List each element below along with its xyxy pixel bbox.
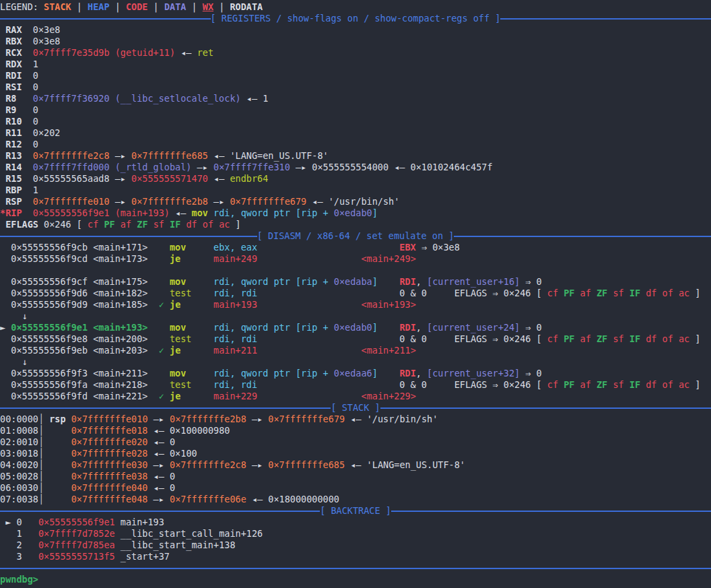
seg: ret [197,47,213,58]
stack-header: [ STACK ] [0,402,711,414]
pad [44,494,71,504]
seg: ZF [597,379,613,390]
stack-03: 03:0018│ 0×7fffffffe028 ◂— 0×100 [0,448,711,459]
seg: je [170,345,180,356]
seg: | [147,1,164,12]
reg-r8: R8 0×7ffff7f36920 (__libc_setlocale_lock… [0,93,711,104]
pad [147,242,170,253]
prompt-line[interactable]: pwndbg> [0,574,711,585]
separator-line [0,18,211,20]
pad [16,93,32,104]
seg: ] [372,207,378,218]
seg: 0×edaa6 [334,368,372,379]
seg: df [646,333,662,344]
seg: ac [219,219,235,230]
seg: of [663,333,679,344]
seg: ] [695,288,700,298]
seg: df [186,219,202,230]
branch-taken-check-icon: ✓ [159,345,164,356]
legend-line: LEGEND: STACK | HEAP | CODE | DATA | WX … [0,1,711,13]
seg: test [170,379,192,390]
seg: 0×7fffffffe2c8 [170,459,246,470]
seg: | [186,1,202,12]
seg: ] [695,379,700,390]
seg: ac [679,333,695,344]
seg: endbr64 [230,173,268,184]
bt-frame-0: ► 0 0×55555556f9e1 main+193 [0,517,711,528]
pad [22,207,33,218]
reg-r14: R14 0×7ffff7ffd000 (_rtld_global) —▸ 0×7… [0,162,711,173]
seg: 0×7fffffffe010 [33,196,110,207]
pad [147,345,158,356]
reg-r9: R9 0 [0,104,711,116]
reg-r11: R11 0×202 [0,127,711,139]
seg: | [213,1,230,12]
seg: 0×7fffffffe2b8 [170,414,246,424]
seg: 1 [33,185,38,195]
disasm-main+203: 0×55555556f9eb <main+203> ✓ je main+211 … [0,345,711,356]
reg-name: R14 [0,162,22,172]
pad [38,219,44,230]
pad [164,391,170,401]
seg: 01:0008 [0,425,38,436]
stack-header-label: [ STACK ] [331,402,380,414]
disasm-main+200: 0×55555556f9e8 <main+200> test rdi, rdi … [0,333,711,345]
reg-r13: R13 0×7fffffffe2c8 —▸ 0×7fffffffe685 ◂— … [0,150,711,162]
pad [147,288,170,298]
pad [16,104,32,115]
seg: RDI [399,368,415,379]
pad [22,127,33,138]
seg: PF [104,219,120,230]
legend-section: LEGEND: STACK | HEAP | CODE | DATA | WX … [0,1,711,13]
legend-data: DATA [164,1,187,12]
seg: ◂— '/usr/bin/sh' [345,414,438,424]
seg: —▸ [147,459,170,470]
seg: main+249 [213,253,257,264]
pad [186,242,213,253]
backtrace-section: ► 0 0×55555556f9e1 main+193 1 0×7ffff7d7… [0,517,711,562]
reg-name: RDI [0,70,22,81]
seg: 0×7ffff7ffd000 (_rtld_global) [33,162,192,172]
seg: 0×edab0 [334,207,372,218]
seg: 0 [33,70,38,81]
pad [164,299,170,310]
pad [22,36,33,46]
seg: 0×3e8 [33,24,61,35]
seg: 0×555555571470 [131,173,208,184]
seg: ◂— [175,47,197,58]
seg: 0×55555556f9e8 <main+200> [0,333,147,344]
seg: ZF [137,219,153,230]
pad [22,528,38,539]
reg-name: RDX [0,59,22,69]
pad [44,425,71,436]
seg: af [121,219,137,230]
reg-rdx: RDX 1 [0,59,711,70]
seg: 0 [33,139,38,150]
seg: ] [372,276,378,287]
seg: sf [154,219,170,230]
seg: <main+229> [362,391,416,401]
seg: ◂— 0×100 [147,448,197,459]
seg: sf [613,379,629,390]
disasm-main+185: 0×55555556f9d9 <main+185> ✓ je main+193 … [0,299,711,311]
stack-06: 06:0030│ 0×7fffffffe040 ◂— 0 [0,482,711,494]
seg: <main+249> [361,253,415,264]
seg: test [170,288,192,298]
seg: ] [236,219,241,230]
seg: 0×246 [ [44,219,88,230]
current-frame-marker: ► [0,517,16,527]
disasm-header-label: [ DISASM / x86-64 / set emulate on ] [257,230,454,242]
seg: ◂— 0×18000000000 [246,494,339,504]
legend-rodata: RODATA [230,1,263,12]
reg-name: RAX [0,24,22,35]
seg: │ [38,436,44,447]
seg: IF [630,288,646,298]
backtrace-header-section: [ BACKTRACE ] [0,505,711,517]
disasm-main+173: 0×55555556f9cd <main+173> je main+249 <m… [0,253,711,265]
seg: IF [630,379,646,390]
pad [22,24,33,35]
pad [147,391,158,401]
terminal[interactable]: LEGEND: STACK | HEAP | CODE | DATA | WX … [0,0,711,588]
pad [147,368,170,379]
stack-header-section: [ STACK ] [0,402,711,414]
